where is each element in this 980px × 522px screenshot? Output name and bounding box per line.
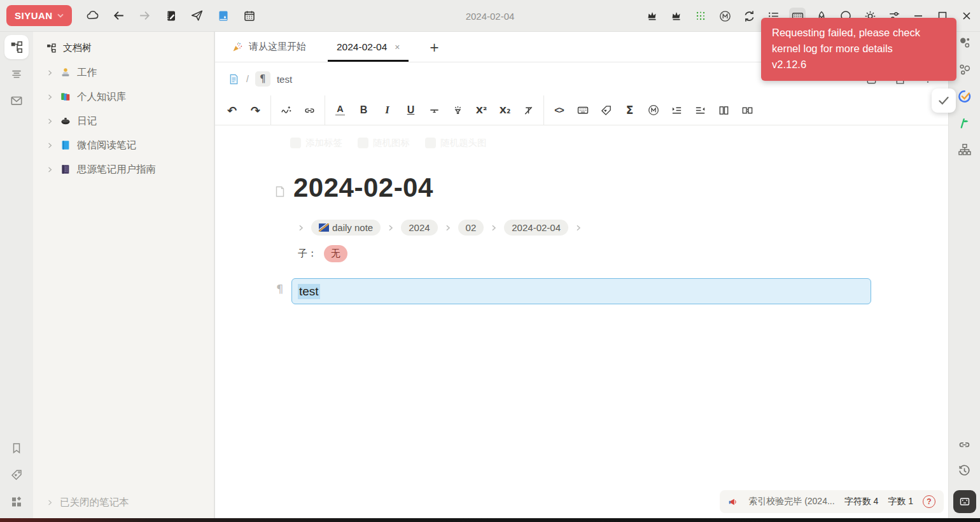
path-chip-year[interactable]: 2024 bbox=[401, 220, 437, 236]
sidebar-item-label: 日记 bbox=[77, 115, 97, 128]
outdent-button[interactable] bbox=[689, 95, 712, 125]
memo-button[interactable] bbox=[641, 95, 665, 125]
indent-button[interactable] bbox=[665, 95, 689, 125]
strikethrough-button[interactable] bbox=[423, 95, 446, 125]
new-tab-button[interactable]: + bbox=[425, 38, 443, 56]
confirm-check-button[interactable] bbox=[932, 88, 956, 113]
sidebar-item-knowledge-base[interactable]: 个人知识库 bbox=[33, 85, 214, 109]
document-title[interactable]: 2024-02-04 bbox=[293, 173, 433, 203]
math-button[interactable]: Σ bbox=[618, 95, 641, 125]
megaphone-icon bbox=[728, 497, 739, 507]
notebook-pencil-icon[interactable] bbox=[163, 8, 179, 24]
link-icon[interactable] bbox=[298, 95, 321, 125]
sidebar-item-siyuan-user-guide[interactable]: 思源笔记用户指南 bbox=[33, 157, 214, 181]
tag-icon[interactable] bbox=[10, 469, 23, 481]
error-toast[interactable]: Requesting failed, please check kernel l… bbox=[761, 18, 956, 81]
bookmark-icon[interactable] bbox=[10, 442, 23, 455]
redo-button[interactable]: ↷ bbox=[244, 95, 267, 125]
tab-daily-note[interactable]: 2024-02-04 × bbox=[326, 32, 410, 62]
bold-button[interactable]: B bbox=[352, 95, 375, 125]
toolbar-divider bbox=[543, 95, 544, 125]
columns-button[interactable] bbox=[712, 95, 736, 125]
add-tag-button[interactable]: 添加标签 bbox=[290, 137, 342, 149]
check-plugin-icon[interactable] bbox=[957, 89, 972, 104]
close-icon[interactable] bbox=[958, 8, 975, 24]
font-color-button[interactable]: A bbox=[328, 95, 352, 125]
selected-paragraph-block[interactable]: test bbox=[291, 278, 871, 304]
graph-dots-icon[interactable] bbox=[958, 36, 972, 50]
subscript-button[interactable]: X₂ bbox=[493, 95, 517, 125]
highlight-mark-button[interactable] bbox=[446, 95, 470, 125]
m-circle-icon[interactable] bbox=[717, 8, 733, 24]
left-dock bbox=[0, 32, 33, 518]
cloud-icon[interactable] bbox=[85, 8, 101, 24]
history-icon[interactable] bbox=[958, 464, 971, 477]
chevron-right-icon[interactable] bbox=[46, 141, 54, 150]
status-bar: 索引校验完毕 (2024... 字符数 4 字数 1 ? bbox=[720, 490, 944, 513]
inline-tag-button[interactable] bbox=[594, 95, 618, 125]
forward-arrow-icon[interactable] bbox=[137, 8, 153, 24]
chevron-right-icon[interactable] bbox=[46, 69, 54, 77]
path-chip-daily-note[interactable]: daily note bbox=[311, 220, 381, 236]
chevron-right-icon bbox=[444, 223, 452, 232]
ai-wand-icon[interactable] bbox=[274, 95, 298, 125]
chevron-right-icon bbox=[46, 498, 54, 507]
sidebar-item-work[interactable]: 工作 bbox=[33, 60, 214, 85]
help-icon[interactable]: ? bbox=[923, 495, 935, 508]
workspace-button[interactable]: SIYUAN bbox=[6, 5, 72, 26]
status-message[interactable]: 索引校验完毕 (2024... bbox=[748, 496, 834, 507]
superscript-button[interactable]: X² bbox=[470, 95, 493, 125]
file-tree-icon[interactable] bbox=[4, 35, 29, 59]
sync-icon[interactable] bbox=[741, 8, 757, 24]
blocks-icon[interactable] bbox=[10, 495, 23, 508]
tab-close-icon[interactable]: × bbox=[395, 42, 400, 52]
paragraph-gutter-icon[interactable]: ¶ bbox=[276, 282, 283, 295]
chevron-right-icon bbox=[574, 223, 583, 232]
undo-button[interactable]: ↶ bbox=[220, 95, 244, 125]
paragraph-text[interactable]: test bbox=[298, 284, 320, 299]
editor-content[interactable]: 添加标签 随机图标 随机题头图 2024-02-04 daily note 20… bbox=[215, 125, 948, 518]
italic-button[interactable]: I bbox=[375, 95, 399, 125]
document-icon[interactable] bbox=[228, 73, 240, 85]
crown-icon-2[interactable] bbox=[668, 8, 685, 24]
calendar-icon[interactable] bbox=[241, 8, 258, 24]
paragraph-block-icon[interactable]: ¶ bbox=[255, 71, 270, 87]
kbd-button[interactable] bbox=[571, 95, 594, 125]
closed-notebooks-toggle[interactable]: 已关闭的笔记本 bbox=[46, 496, 129, 509]
block-transfer-button[interactable] bbox=[736, 95, 759, 125]
blue-book-icon[interactable] bbox=[215, 8, 232, 24]
backlinks-icon[interactable] bbox=[958, 438, 971, 451]
breadcrumb-label[interactable]: test bbox=[277, 74, 292, 85]
inbox-icon[interactable] bbox=[4, 88, 29, 113]
path-chip-month[interactable]: 02 bbox=[458, 220, 484, 236]
tab-label: 2024-02-04 bbox=[337, 41, 387, 53]
path-chip-date[interactable]: 2024-02-04 bbox=[504, 220, 568, 236]
green-plugin-icon[interactable] bbox=[958, 116, 971, 130]
underline-button[interactable]: U bbox=[399, 95, 423, 125]
child-value-badge[interactable]: 无 bbox=[324, 245, 347, 262]
chevron-right-icon[interactable] bbox=[46, 117, 54, 125]
org-tree-icon[interactable] bbox=[958, 143, 972, 157]
doc-gutter-icon[interactable] bbox=[274, 185, 286, 198]
chevron-right-icon[interactable] bbox=[297, 223, 305, 232]
chevron-right-icon[interactable] bbox=[46, 93, 54, 101]
paper-plane-icon[interactable] bbox=[189, 8, 206, 24]
chevron-right-icon[interactable] bbox=[46, 166, 54, 174]
sidebar-item-diary[interactable]: 日记 bbox=[33, 109, 214, 133]
green-dots-grid-icon[interactable] bbox=[692, 8, 709, 24]
crown-icon[interactable] bbox=[644, 8, 661, 24]
tag-icon bbox=[290, 138, 301, 148]
random-icon-button[interactable]: 随机图标 bbox=[358, 137, 410, 149]
inline-frame-button[interactable] bbox=[953, 490, 976, 513]
chevron-down-icon bbox=[57, 13, 64, 18]
outline-icon[interactable] bbox=[4, 62, 29, 86]
titlebar-left-icons bbox=[85, 8, 258, 24]
sidebar-item-wechat-reading-notes[interactable]: 微信阅读笔记 bbox=[33, 133, 214, 157]
random-banner-button[interactable]: 随机题头图 bbox=[425, 137, 487, 149]
clear-format-button[interactable] bbox=[517, 95, 540, 125]
inline-code-button[interactable]: <> bbox=[547, 95, 571, 125]
graph-circles-icon[interactable] bbox=[958, 62, 972, 76]
back-arrow-icon[interactable] bbox=[111, 8, 127, 24]
tab-getting-started[interactable]: 请从这里开始 bbox=[220, 32, 318, 62]
left-dock-bottom bbox=[10, 442, 23, 518]
